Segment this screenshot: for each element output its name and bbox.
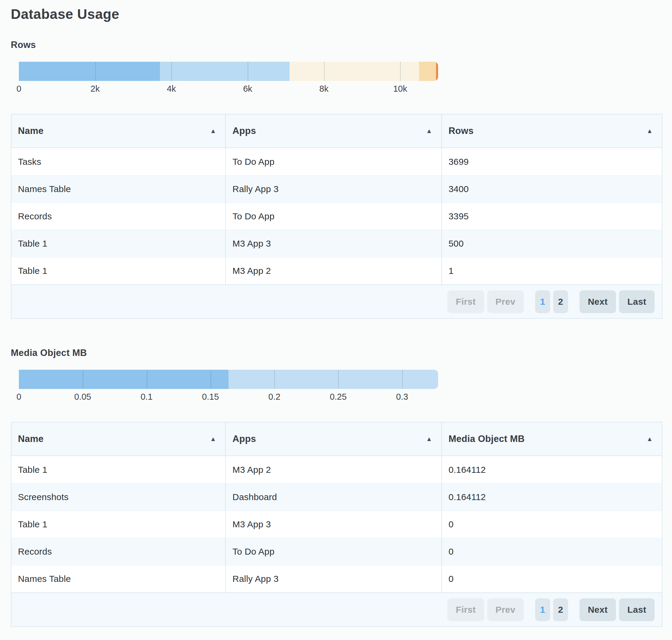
pagination-prev-button[interactable]: Prev <box>487 290 524 313</box>
bar-segment-table1 <box>19 370 228 389</box>
column-header-label: Name <box>18 434 44 444</box>
sort-asc-icon: ▲ <box>646 435 653 442</box>
cell-rows: 1 <box>442 257 662 284</box>
pagination: First Prev 1 2 Next Last <box>11 284 662 318</box>
column-header-apps[interactable]: Apps ▲ <box>226 422 442 455</box>
rows-table: Name ▲ Apps ▲ Rows ▲ Tasks To Do App 369… <box>11 114 662 319</box>
column-header-label: Name <box>18 126 44 136</box>
gridline <box>248 62 248 81</box>
column-header-rows[interactable]: Rows ▲ <box>442 115 662 147</box>
gridline <box>210 370 211 389</box>
table-row: Table 1 M3 App 3 0 <box>11 511 662 538</box>
cell-media-mb: 0 <box>442 511 662 538</box>
axis-tick-label: 0.1 <box>140 392 152 402</box>
cell-apps: M3 App 2 <box>226 257 442 284</box>
column-header-label: Media Object MB <box>449 434 525 444</box>
cell-media-mb: 0 <box>442 565 662 592</box>
gridline <box>400 62 401 81</box>
table-row: Records To Do App 3395 <box>11 203 662 230</box>
gridline <box>95 62 96 81</box>
table-row: Screenshots Dashboard 0.164112 <box>11 483 662 511</box>
sort-asc-icon: ▲ <box>426 127 432 134</box>
pagination-last-button[interactable]: Last <box>619 598 655 621</box>
column-header-label: Apps <box>233 126 256 136</box>
media-distribution-chart: 0 0.05 0.1 0.15 0.2 0.25 0.3 <box>19 370 438 406</box>
rows-table-header: Name ▲ Apps ▲ Rows ▲ <box>11 115 662 148</box>
pagination-next-button[interactable]: Next <box>580 290 616 313</box>
gridline <box>171 62 172 81</box>
gridline <box>274 370 275 389</box>
cell-rows: 3400 <box>442 176 662 203</box>
axis-tick-label: 0.25 <box>330 392 346 402</box>
cell-apps: Rally App 3 <box>226 176 442 203</box>
axis-tick-label: 0.05 <box>74 392 91 402</box>
media-section-title: Media Object MB <box>11 348 662 358</box>
pagination: First Prev 1 2 Next Last <box>11 592 662 626</box>
sort-asc-icon: ▲ <box>426 435 432 442</box>
cell-apps: To Do App <box>226 538 442 565</box>
axis-tick-label: 6k <box>243 84 252 94</box>
column-header-label: Rows <box>449 126 474 136</box>
pagination-prev-button[interactable]: Prev <box>487 598 524 621</box>
axis-tick-label: 0.15 <box>202 392 219 402</box>
table-row: Tasks To Do App 3699 <box>11 148 662 175</box>
column-header-name[interactable]: Name ▲ <box>11 422 226 455</box>
table-row: Names Table Rally App 3 3400 <box>11 175 662 203</box>
gridline <box>147 370 147 389</box>
media-stacked-bar <box>19 370 438 389</box>
table-row: Table 1 M3 App 2 0.164112 <box>11 456 662 483</box>
cell-name: Table 1 <box>11 456 226 483</box>
pagination-first-button[interactable]: First <box>447 290 484 313</box>
pagination-first-button[interactable]: First <box>447 598 484 621</box>
gridline <box>324 62 325 81</box>
axis-tick-label: 8k <box>319 84 329 94</box>
pagination-page-2-button[interactable]: 2 <box>553 598 568 621</box>
media-x-axis: 0 0.05 0.1 0.15 0.2 0.25 0.3 <box>19 392 438 406</box>
cell-apps: M3 App 3 <box>226 230 442 257</box>
cell-media-mb: 0.164112 <box>442 456 662 483</box>
sort-asc-icon: ▲ <box>210 435 216 442</box>
table-row: Table 1 M3 App 3 500 <box>11 230 662 257</box>
gridline <box>83 370 83 389</box>
pagination-last-button[interactable]: Last <box>619 290 655 313</box>
media-table: Name ▲ Apps ▲ Media Object MB ▲ Table 1 … <box>11 422 662 627</box>
sort-asc-icon: ▲ <box>210 127 216 134</box>
cell-apps: Rally App 3 <box>226 565 442 592</box>
pagination-next-button[interactable]: Next <box>580 598 616 621</box>
cell-apps: M3 App 2 <box>226 456 442 483</box>
cell-rows: 500 <box>442 230 662 257</box>
pagination-page-1-button[interactable]: 1 <box>535 598 550 621</box>
gridline <box>338 370 339 389</box>
pagination-page-1-button[interactable]: 1 <box>535 290 550 313</box>
cell-media-mb: 0 <box>442 538 662 565</box>
bar-segment-table1-m3app2 <box>436 62 438 81</box>
column-header-apps[interactable]: Apps ▲ <box>226 115 442 147</box>
gridline <box>402 370 403 389</box>
axis-tick-label: 0 <box>16 84 21 94</box>
bar-segment-names-table <box>160 62 289 81</box>
table-row: Records To Do App 0 <box>11 538 662 565</box>
axis-tick-label: 10k <box>393 84 407 94</box>
sort-asc-icon: ▲ <box>646 127 653 134</box>
bar-segment-table1-m3app3 <box>419 62 436 81</box>
rows-x-axis: 0 2k 4k 6k 8k 10k <box>19 84 438 98</box>
pagination-page-2-button[interactable]: 2 <box>553 290 568 313</box>
column-header-name[interactable]: Name ▲ <box>11 115 226 147</box>
cell-name: Table 1 <box>11 230 226 257</box>
cell-name: Names Table <box>11 565 226 592</box>
bar-segment-records <box>289 62 419 81</box>
rows-section-title: Rows <box>11 40 662 50</box>
cell-apps: Dashboard <box>226 484 442 511</box>
cell-apps: M3 App 3 <box>226 511 442 538</box>
media-table-header: Name ▲ Apps ▲ Media Object MB ▲ <box>11 422 662 456</box>
rows-section: Rows 0 2k 4k 6k 8k 10k Name ▲ <box>11 40 662 319</box>
table-row: Names Table Rally App 3 0 <box>11 565 662 592</box>
cell-name: Table 1 <box>11 257 226 284</box>
cell-media-mb: 0.164112 <box>442 484 662 511</box>
column-header-media-object-mb[interactable]: Media Object MB ▲ <box>442 422 662 455</box>
axis-tick-label: 0.2 <box>268 392 280 402</box>
media-object-section: Media Object MB 0 0.05 0.1 0.15 0.2 0.25… <box>11 348 662 627</box>
cell-name: Records <box>11 203 226 230</box>
cell-name: Tasks <box>11 148 226 175</box>
cell-name: Screenshots <box>11 484 226 511</box>
